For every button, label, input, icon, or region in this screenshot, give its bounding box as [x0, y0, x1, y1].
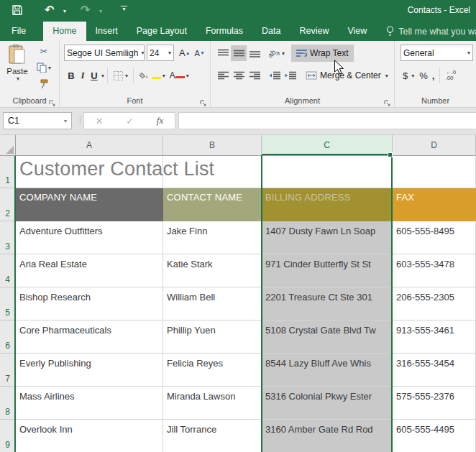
column-header-c[interactable]: C [262, 135, 393, 156]
header-cell-2[interactable]: BILLING ADDRESS [262, 188, 393, 221]
copy-icon[interactable]: ▾ [35, 61, 53, 74]
header-cell-3[interactable]: FAX [393, 188, 476, 221]
fax-cell[interactable]: 316-555-3454 [393, 354, 476, 387]
bold-button[interactable]: B [65, 70, 77, 81]
alignment-dialog-launcher-icon[interactable] [384, 97, 392, 105]
tab-formulas[interactable]: Formulas [196, 22, 252, 41]
middle-align-icon[interactable] [231, 45, 247, 61]
contact-cell[interactable]: Jake Finn [163, 221, 262, 254]
company-cell[interactable]: Core Pharmaceuticals [16, 320, 163, 354]
address-cell[interactable]: 8544 Lazy Bluff Ave Whis [262, 354, 393, 387]
address-cell[interactable]: 3160 Amber Gate Rd Rod [262, 420, 393, 452]
decrease-indent-icon[interactable] [267, 68, 283, 83]
row-header-6[interactable]: 6 [0, 320, 16, 354]
contact-cell[interactable]: Jill Torrance [163, 420, 262, 452]
insert-function-icon[interactable]: fx [157, 115, 163, 126]
grow-font-icon[interactable]: A▲ [177, 45, 193, 61]
row-header-8[interactable]: 8 [0, 387, 16, 420]
increase-indent-icon[interactable] [283, 68, 298, 83]
name-box[interactable]: C1▾ [3, 112, 72, 129]
orientation-icon[interactable]: ab ▾ [267, 45, 287, 61]
tab-data[interactable]: Data [252, 22, 290, 41]
borders-icon[interactable]: ▾ [111, 68, 130, 83]
company-cell[interactable]: Bishop Research [16, 287, 163, 320]
cell-a1-title[interactable]: Customer Contact List [16, 156, 163, 188]
underline-dropdown-icon[interactable]: ▾ [101, 73, 104, 79]
tab-view[interactable]: View [338, 22, 376, 41]
undo-dropdown-icon[interactable]: ▾ [63, 8, 66, 14]
row-header-5[interactable]: 5 [0, 287, 16, 320]
fax-cell[interactable]: 605-555-8495 [393, 221, 476, 254]
fax-cell[interactable]: 603-555-3478 [393, 254, 476, 287]
bottom-align-icon[interactable] [247, 45, 262, 61]
cell-c1-active[interactable] [262, 156, 393, 188]
formula-input[interactable] [178, 112, 476, 129]
percent-style-icon[interactable]: % [417, 68, 430, 83]
customize-qat-icon[interactable]: ▾ [121, 6, 127, 11]
fax-cell[interactable]: 575-555-2376 [393, 387, 476, 420]
company-cell[interactable]: Overlook Inn [16, 420, 163, 452]
cell-d1[interactable] [393, 156, 476, 188]
font-size-combo[interactable]: 24▾ [147, 45, 174, 61]
top-align-icon[interactable] [215, 45, 231, 61]
tell-me-box[interactable]: Tell me what you wa [376, 22, 476, 41]
number-format-combo[interactable]: General▾ [401, 45, 473, 61]
align-center-icon[interactable] [231, 68, 247, 83]
row-header-4[interactable]: 4 [0, 254, 16, 287]
clipboard-dialog-launcher-icon[interactable] [49, 97, 57, 105]
fax-cell[interactable]: 605-555-4495 [393, 420, 476, 452]
paste-button[interactable]: Paste ▾ [3, 44, 32, 93]
accounting-dropdown-icon[interactable]: ▾ [411, 73, 414, 79]
header-cell-0[interactable]: COMPANY NAME [16, 188, 163, 221]
company-cell[interactable]: Adventure Outfitters [16, 221, 163, 254]
address-cell[interactable]: 2201 Treasure Ct Ste 301 [262, 287, 393, 320]
fax-cell[interactable]: 913-555-3461 [393, 320, 476, 354]
select-all-button[interactable] [0, 135, 16, 156]
row-header-9[interactable]: 9 [0, 420, 16, 452]
merge-center-dropdown-icon[interactable]: ▾ [385, 73, 388, 79]
row-header-2[interactable]: 2 [0, 188, 16, 221]
font-color-icon[interactable]: A ▾ [168, 68, 191, 83]
fill-color-icon[interactable]: ▾ [137, 68, 168, 83]
contact-cell[interactable]: Felicia Reyes [163, 354, 262, 387]
accounting-format-icon[interactable]: $ [401, 68, 410, 83]
address-cell[interactable]: 971 Cinder Butterfly St St [262, 254, 393, 287]
align-left-icon[interactable] [215, 68, 231, 83]
tab-file[interactable]: File [0, 22, 37, 41]
company-cell[interactable]: Mass Airlines [16, 387, 163, 420]
row-header-1[interactable]: 1 [0, 156, 16, 188]
font-name-combo[interactable]: Segoe UI Semiligh▾ [64, 45, 145, 61]
shrink-font-icon[interactable]: A▼ [193, 45, 207, 61]
fill-handle[interactable] [388, 152, 393, 157]
company-cell[interactable]: Aria Real Estate [16, 254, 163, 287]
header-cell-1[interactable]: CONTACT NAME [163, 188, 262, 221]
merge-center-button[interactable]: Merge & Center ▾ [303, 68, 391, 83]
align-right-icon[interactable] [247, 68, 262, 83]
format-painter-icon[interactable] [35, 78, 53, 91]
tab-home[interactable]: Home [43, 22, 86, 41]
address-cell[interactable]: 5108 Crystal Gate Blvd Tw [262, 320, 393, 354]
tab-review[interactable]: Review [290, 22, 338, 41]
column-header-b[interactable]: B [163, 135, 262, 156]
font-dialog-launcher-icon[interactable] [200, 97, 208, 105]
contact-cell[interactable]: Phillip Yuen [163, 320, 262, 354]
undo-icon[interactable]: ↶ [45, 3, 54, 17]
contact-cell[interactable]: Miranda Lawson [163, 387, 262, 420]
fax-cell[interactable]: 206-555-2305 [393, 287, 476, 320]
row-header-7[interactable]: 7 [0, 354, 16, 387]
address-cell[interactable]: 1407 Dusty Fawn Ln Soap [262, 221, 393, 254]
address-cell[interactable]: 5316 Colonial Pkwy Ester [262, 387, 393, 420]
italic-button[interactable]: I [77, 70, 88, 81]
increase-decimal-icon[interactable]: ←.0.00 [443, 68, 458, 83]
tab-page-layout[interactable]: Page Layout [127, 22, 196, 41]
row-header-3[interactable]: 3 [0, 221, 16, 254]
column-header-d[interactable]: D [393, 135, 476, 156]
cut-icon[interactable]: ✂ [35, 45, 53, 57]
column-header-a[interactable]: A [16, 135, 163, 156]
comma-style-icon[interactable]: , [430, 68, 437, 83]
paste-dropdown-icon[interactable]: ▾ [4, 75, 32, 82]
contact-cell[interactable]: William Bell [163, 287, 262, 320]
save-icon[interactable] [12, 4, 23, 19]
underline-button[interactable]: U [88, 70, 100, 81]
company-cell[interactable]: Everly Publishing [16, 354, 163, 387]
